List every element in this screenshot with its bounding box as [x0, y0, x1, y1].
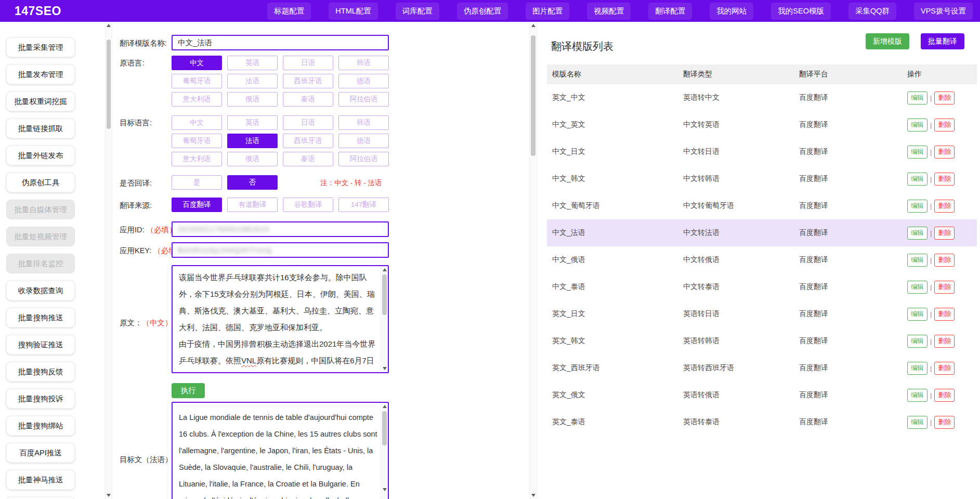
target-lang-option[interactable]: 英语: [227, 115, 278, 130]
nav-item[interactable]: 我的SEO模版: [771, 3, 831, 20]
sidebar-item[interactable]: 批量发布管理: [6, 64, 75, 84]
source-lang-option[interactable]: 葡萄牙语: [172, 74, 222, 88]
scrollbar-thumb[interactable]: [107, 40, 111, 129]
sidebar-item[interactable]: 批量搜狗反馈: [6, 362, 75, 382]
scroll-down-arrow[interactable]: [381, 365, 388, 372]
source-lang-option[interactable]: 泰语: [283, 92, 333, 107]
sidebar-item[interactable]: 批量自媒体管理: [6, 200, 75, 219]
scrollbar-thumb[interactable]: [382, 411, 387, 445]
edit-button[interactable]: 编辑: [907, 200, 927, 213]
sidebar-item[interactable]: 批量短视频管理: [6, 227, 75, 246]
sidebar-item[interactable]: 伪原创工具: [6, 173, 75, 192]
translate-source-option[interactable]: 谷歌翻译: [283, 198, 333, 212]
nav-item[interactable]: 标题配置: [267, 3, 311, 20]
target-lang-option[interactable]: 韩语: [338, 115, 389, 130]
back-translate-option[interactable]: 否: [227, 175, 278, 190]
sidebar-item[interactable]: 批量神马推送: [6, 470, 75, 490]
edit-button[interactable]: 编辑: [907, 389, 927, 402]
source-text-area[interactable]: 该届当今世界乒乓球联赛共计16支球会参与。除中国队外，余下15支球会分别为阿根廷…: [172, 265, 389, 373]
scroll-up-arrow[interactable]: [106, 22, 112, 29]
execute-button[interactable]: 执行: [172, 383, 205, 398]
scroll-up-arrow[interactable]: [381, 266, 388, 273]
source-lang-option[interactable]: 中文: [172, 56, 222, 70]
nav-item[interactable]: VPS拨号设置: [914, 3, 973, 20]
source-lang-option[interactable]: 英语: [227, 56, 278, 70]
target-lang-option[interactable]: 阿拉伯语: [338, 152, 389, 166]
delete-button[interactable]: 删除: [934, 173, 955, 186]
translate-source-option[interactable]: 147翻译: [338, 198, 389, 212]
nav-item[interactable]: 采集QQ群: [848, 3, 896, 20]
nav-item[interactable]: 伪原创配置: [457, 3, 508, 20]
edit-button[interactable]: 编辑: [907, 416, 927, 429]
target-text-area[interactable]: La Ligue mondiale de tennis de table d'a…: [172, 402, 389, 499]
edit-button[interactable]: 编辑: [907, 335, 927, 348]
scroll-down-arrow[interactable]: [530, 492, 537, 499]
target-lang-option[interactable]: 中文: [172, 115, 222, 130]
delete-button[interactable]: 删除: [934, 254, 955, 267]
nav-item[interactable]: 视频配置: [587, 3, 631, 20]
source-lang-option[interactable]: 西班牙语: [283, 74, 333, 88]
source-lang-option[interactable]: 俄语: [227, 92, 278, 107]
edit-button[interactable]: 编辑: [907, 308, 927, 321]
sidebar-item[interactable]: 批量权重词挖掘: [6, 91, 75, 111]
delete-button[interactable]: 删除: [934, 416, 955, 429]
sidebar-item[interactable]: 批量搜狗绑站: [6, 416, 75, 436]
sidebar-item[interactable]: 批量搜狗投诉: [6, 389, 75, 409]
sidebar-item[interactable]: 搜狗验证推送: [6, 335, 75, 354]
target-lang-option[interactable]: 德语: [338, 134, 389, 148]
delete-button[interactable]: 删除: [934, 308, 955, 321]
edit-button[interactable]: 编辑: [907, 362, 927, 375]
add-template-button[interactable]: 新增模版: [866, 33, 909, 49]
delete-button[interactable]: 删除: [934, 200, 955, 213]
edit-button[interactable]: 编辑: [907, 91, 927, 104]
nav-item[interactable]: 词库配置: [396, 3, 439, 20]
delete-button[interactable]: 删除: [934, 119, 955, 132]
edit-button[interactable]: 编辑: [907, 173, 927, 186]
scroll-down-arrow[interactable]: [381, 486, 388, 493]
source-lang-option[interactable]: 法语: [227, 74, 278, 88]
delete-button[interactable]: 删除: [934, 389, 955, 402]
edit-button[interactable]: 编辑: [907, 281, 927, 294]
target-lang-option[interactable]: 西班牙语: [283, 134, 333, 148]
sidebar-item[interactable]: 批量链接抓取: [6, 119, 75, 138]
sidebar-item[interactable]: 批量外链发布: [6, 146, 75, 165]
source-lang-option[interactable]: 阿拉伯语: [338, 92, 389, 107]
nav-item[interactable]: 翻译配置: [648, 3, 692, 20]
scrollbar-thumb[interactable]: [382, 274, 387, 315]
delete-button[interactable]: 删除: [934, 362, 955, 375]
scroll-down-arrow[interactable]: [106, 492, 112, 499]
source-lang-option[interactable]: 意大利语: [172, 92, 222, 107]
source-lang-option[interactable]: 日语: [283, 56, 333, 70]
app-key-input[interactable]: Bxm6Uy4jyJmkQ3hTnxvg: [172, 242, 389, 258]
target-lang-option[interactable]: 意大利语: [172, 152, 222, 166]
edit-button[interactable]: 编辑: [907, 119, 927, 132]
edit-button[interactable]: 编辑: [907, 227, 927, 240]
delete-button[interactable]: 删除: [934, 281, 955, 294]
back-translate-option[interactable]: 是: [172, 175, 222, 190]
target-lang-option[interactable]: 法语: [227, 134, 278, 148]
target-lang-option[interactable]: 日语: [283, 115, 333, 130]
scroll-up-arrow[interactable]: [381, 403, 388, 410]
sidebar-scrollbar[interactable]: [105, 22, 112, 499]
sidebar-item[interactable]: 批量排名监控: [6, 254, 75, 273]
form-scrollbar[interactable]: [529, 22, 537, 499]
app-id-input[interactable]: 20165021760001981910: [172, 221, 389, 237]
batch-translate-button[interactable]: 批量翻译: [921, 33, 964, 49]
delete-button[interactable]: 删除: [934, 91, 955, 104]
delete-button[interactable]: 删除: [934, 335, 955, 348]
sidebar-item[interactable]: 百度API推送: [6, 443, 75, 463]
target-textarea-scrollbar[interactable]: [381, 403, 388, 499]
target-lang-option[interactable]: 泰语: [283, 152, 333, 166]
translate-source-option[interactable]: 有道翻译: [227, 198, 278, 212]
delete-button[interactable]: 删除: [934, 227, 955, 240]
sidebar-item-partial[interactable]: [6, 497, 75, 499]
nav-item[interactable]: 我的网站: [710, 3, 753, 20]
sidebar-item[interactable]: 批量采集管理: [6, 37, 75, 57]
sidebar-item[interactable]: 批量搜狗推送: [6, 308, 75, 327]
source-lang-option[interactable]: 德语: [338, 74, 389, 88]
translate-source-option[interactable]: 百度翻译: [172, 198, 222, 212]
sidebar-item[interactable]: 收录数据查询: [6, 281, 75, 300]
nav-item[interactable]: 图片配置: [526, 3, 569, 20]
nav-item[interactable]: HTML配置: [329, 3, 377, 20]
target-lang-option[interactable]: 葡萄牙语: [172, 134, 222, 148]
